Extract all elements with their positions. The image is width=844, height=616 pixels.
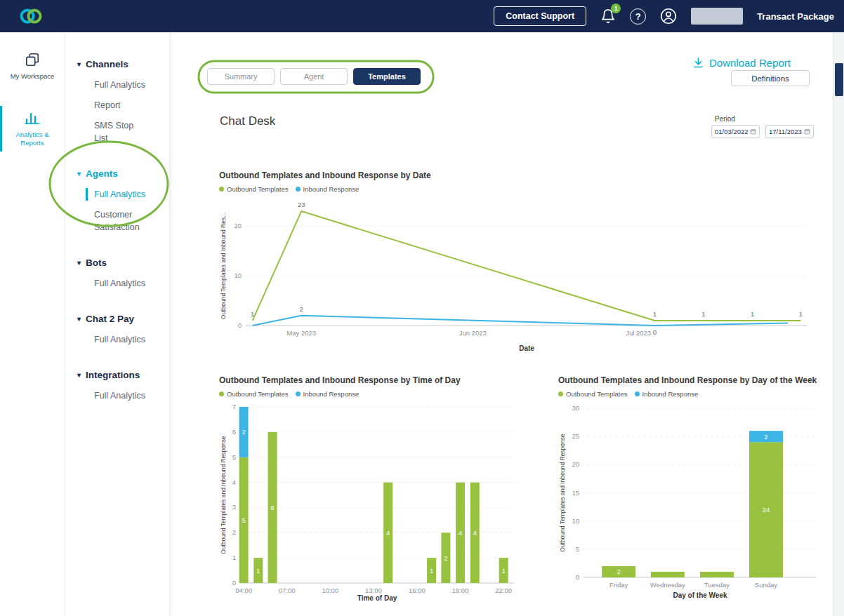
date-from-input[interactable]: 01/03/2022 bbox=[711, 125, 760, 138]
legend-label: Inbound Response bbox=[642, 390, 699, 398]
scrollbar-thumb[interactable] bbox=[835, 63, 843, 96]
page-title: Chat Desk bbox=[220, 114, 275, 128]
svg-text:Jul 2023: Jul 2023 bbox=[626, 329, 651, 337]
legend-marker-outbound bbox=[558, 391, 563, 396]
help-button[interactable]: ? bbox=[630, 8, 646, 25]
svg-text:Friday: Friday bbox=[609, 581, 628, 589]
workspace-icon bbox=[25, 52, 40, 67]
notification-count-badge: 1 bbox=[611, 4, 621, 13]
sidebar-item-channels-full-analytics[interactable]: Full Analytics bbox=[77, 75, 154, 95]
svg-text:5: 5 bbox=[242, 516, 245, 524]
tab-templates[interactable]: Templates bbox=[353, 68, 421, 85]
svg-text:1: 1 bbox=[232, 554, 236, 561]
svg-text:3: 3 bbox=[232, 503, 236, 511]
legend-marker-outbound bbox=[219, 187, 224, 192]
svg-text:Outbound Templates and Inbound: Outbound Templates and Inbound Res... bbox=[220, 213, 227, 319]
rail-item-label: Analytics & Reports bbox=[4, 130, 61, 147]
chevron-down-icon: ▾ bbox=[77, 372, 81, 379]
svg-text:1: 1 bbox=[430, 567, 433, 575]
sidebar-header-agents[interactable]: ▾ Agents bbox=[77, 167, 169, 185]
legend-marker-inbound bbox=[296, 391, 301, 396]
sidebar-item-integrations-full-analytics[interactable]: Full Analytics bbox=[77, 386, 154, 406]
chevron-down-icon: ▾ bbox=[77, 61, 81, 68]
svg-text:Wednesday: Wednesday bbox=[650, 581, 685, 589]
svg-text:24: 24 bbox=[763, 506, 770, 514]
question-mark-icon: ? bbox=[635, 11, 641, 22]
sidebar-header-chat2pay[interactable]: ▾ Chat 2 Pay bbox=[77, 312, 169, 330]
legend-label: Inbound Response bbox=[303, 390, 360, 398]
svg-text:4: 4 bbox=[232, 478, 236, 486]
svg-text:0: 0 bbox=[576, 573, 579, 581]
calendar-icon bbox=[750, 128, 756, 135]
clickatell-logo[interactable] bbox=[18, 6, 44, 26]
legend-marker-inbound bbox=[296, 187, 301, 192]
tab-summary[interactable]: Summary bbox=[207, 68, 275, 85]
line-chart-plot: 01020May 2023Jun 2023Jul 2023123111120Ou… bbox=[219, 195, 816, 355]
svg-text:2: 2 bbox=[242, 428, 245, 436]
svg-text:Jun 2023: Jun 2023 bbox=[459, 329, 487, 337]
topbar-actions: Contact Support 1 ? Transact Package bbox=[494, 6, 834, 26]
svg-text:23: 23 bbox=[298, 201, 305, 208]
date-from-value: 01/03/2022 bbox=[715, 128, 749, 135]
svg-text:6: 6 bbox=[232, 428, 236, 436]
download-report-link[interactable]: Download Report bbox=[692, 57, 791, 69]
sidebar-section-chat2pay: ▾ Chat 2 Pay Full Analytics bbox=[77, 312, 169, 350]
svg-text:25: 25 bbox=[572, 432, 579, 440]
topbar: Contact Support 1 ? Transact Package bbox=[0, 0, 844, 32]
svg-text:07:00: 07:00 bbox=[279, 587, 296, 594]
account-button[interactable] bbox=[660, 8, 677, 25]
svg-text:04:00: 04:00 bbox=[235, 587, 252, 594]
svg-text:1: 1 bbox=[251, 310, 254, 318]
svg-text:2: 2 bbox=[300, 305, 303, 313]
svg-text:30: 30 bbox=[572, 404, 579, 412]
legend-marker-outbound bbox=[219, 391, 224, 396]
sidebar-item-channels-report[interactable]: Report bbox=[77, 95, 154, 116]
svg-text:7: 7 bbox=[232, 403, 236, 410]
chart-by-day-of-week: Outbound Templates and Inbound Response … bbox=[558, 375, 825, 602]
section-label: Bots bbox=[86, 257, 107, 268]
svg-text:Sunday: Sunday bbox=[755, 581, 777, 589]
rail-item-my-workspace[interactable]: My Workspace bbox=[0, 43, 65, 89]
svg-text:4: 4 bbox=[473, 529, 477, 537]
chart-title: Outbound Templates and Inbound Response … bbox=[558, 375, 825, 385]
svg-text:Outbound Templates and Inbound: Outbound Templates and Inbound Response bbox=[220, 436, 227, 554]
sidebar-item-channels-sms-stop-list[interactable]: SMS Stop List bbox=[77, 116, 154, 149]
sidebar-item-chat2pay-full-analytics[interactable]: Full Analytics bbox=[77, 330, 154, 350]
contact-support-button[interactable]: Contact Support bbox=[494, 6, 586, 26]
svg-text:0: 0 bbox=[232, 579, 236, 587]
svg-text:1: 1 bbox=[256, 567, 260, 575]
svg-text:10: 10 bbox=[234, 272, 242, 279]
package-label: Transact Package bbox=[757, 11, 834, 22]
sidebar-item-agents-full-analytics[interactable]: Full Analytics bbox=[77, 185, 154, 205]
sidebar-item-bots-full-analytics[interactable]: Full Analytics bbox=[77, 274, 154, 294]
svg-text:2: 2 bbox=[232, 528, 236, 536]
sidebar-header-bots[interactable]: ▾ Bots bbox=[77, 256, 169, 274]
tab-agent[interactable]: Agent bbox=[280, 68, 348, 85]
chart-title: Outbound Templates and Inbound Response … bbox=[219, 170, 816, 180]
sidebar-item-agents-customer-satisfaction[interactable]: Customer Satisfaction bbox=[77, 205, 154, 238]
sidebar-section-bots: ▾ Bots Full Analytics bbox=[77, 256, 169, 294]
download-report-label: Download Report bbox=[709, 57, 791, 69]
legend-label: Outbound Templates bbox=[227, 390, 289, 398]
sidebar-header-channels[interactable]: ▾ Channels bbox=[77, 58, 169, 75]
analytics-sidebar: ▾ Channels Full Analytics Report SMS Sto… bbox=[65, 32, 170, 616]
workspace-rail: My Workspace Analytics & Reports bbox=[0, 32, 65, 616]
section-label: Channels bbox=[86, 59, 128, 69]
notifications-button[interactable]: 1 bbox=[600, 8, 616, 25]
sidebar-header-integrations[interactable]: ▾ Integrations bbox=[77, 368, 169, 386]
bar-chart-plot: 051015202530FridayWednesdayTuesdaySunday… bbox=[558, 400, 825, 602]
definitions-button[interactable]: Definitions bbox=[731, 70, 810, 86]
rail-item-analytics-reports[interactable]: Analytics & Reports bbox=[0, 102, 65, 156]
date-to-input[interactable]: 17/11/2023 bbox=[765, 125, 814, 138]
vertical-scrollbar[interactable] bbox=[833, 32, 844, 616]
svg-text:1: 1 bbox=[701, 310, 705, 318]
main-content: Summary Agent Templates Download Report … bbox=[170, 32, 833, 616]
svg-text:Time of Day: Time of Day bbox=[357, 594, 397, 602]
chevron-down-icon: ▾ bbox=[77, 170, 81, 178]
legend-label: Outbound Templates bbox=[227, 185, 289, 193]
legend-label: Inbound Response bbox=[303, 185, 360, 193]
svg-text:1: 1 bbox=[799, 310, 803, 318]
section-label: Agents bbox=[86, 168, 118, 179]
rail-item-label: My Workspace bbox=[11, 72, 55, 81]
svg-text:4: 4 bbox=[386, 529, 390, 537]
